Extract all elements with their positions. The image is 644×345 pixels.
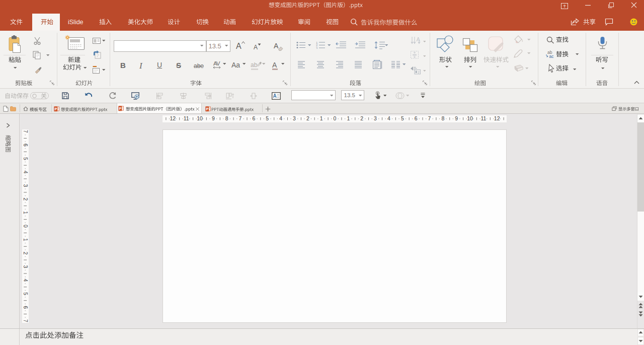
svg-text:A: A [417,36,421,42]
svg-text:1: 1 [347,115,350,121]
svg-text:2: 2 [360,115,363,121]
svg-text:11: 11 [183,115,189,121]
svg-text:0: 0 [23,225,29,228]
svg-text:4: 4 [387,115,390,121]
svg-text:12: 12 [170,115,176,121]
svg-text:7: 7 [238,115,242,121]
svg-text:2: 2 [23,252,29,255]
svg-text:2: 2 [306,115,309,121]
svg-text:1: 1 [319,115,323,121]
svg-text:0: 0 [333,115,336,121]
svg-text:8: 8 [441,115,444,121]
svg-text:10: 10 [197,115,203,121]
svg-text:8: 8 [225,115,228,121]
svg-text:10: 10 [467,115,473,121]
svg-text:3: 3 [23,184,29,187]
svg-text:P: P [119,106,121,111]
svg-text:9: 9 [211,115,214,121]
svg-text:6: 6 [23,306,29,309]
svg-text:7: 7 [23,319,29,322]
svg-text:2: 2 [23,197,29,200]
svg-text:1: 1 [23,211,29,214]
svg-text:5: 5 [23,157,29,160]
svg-text:P: P [54,107,57,111]
svg-text:4: 4 [279,115,282,121]
svg-text:1: 1 [23,238,29,241]
svg-text:ac: ac [549,54,554,58]
svg-text:3: 3 [293,115,296,121]
svg-text:12: 12 [494,115,500,121]
svg-text:P: P [206,107,208,111]
svg-text:5: 5 [23,292,29,295]
svg-text:7: 7 [428,115,431,121]
svg-text:9: 9 [455,115,458,121]
svg-text:5: 5 [266,115,269,121]
svg-text:A: A [273,93,277,99]
svg-text:6: 6 [414,115,417,121]
svg-text:6: 6 [23,144,29,147]
svg-text:5: 5 [400,115,404,121]
svg-text:3: 3 [374,115,377,121]
svg-text:11: 11 [480,115,486,121]
svg-text:3: 3 [23,265,29,268]
svg-text:4: 4 [23,279,29,282]
svg-text:4: 4 [23,171,29,174]
svg-text:7: 7 [23,130,29,133]
svg-text:3: 3 [316,47,318,49]
svg-text:6: 6 [252,115,255,121]
